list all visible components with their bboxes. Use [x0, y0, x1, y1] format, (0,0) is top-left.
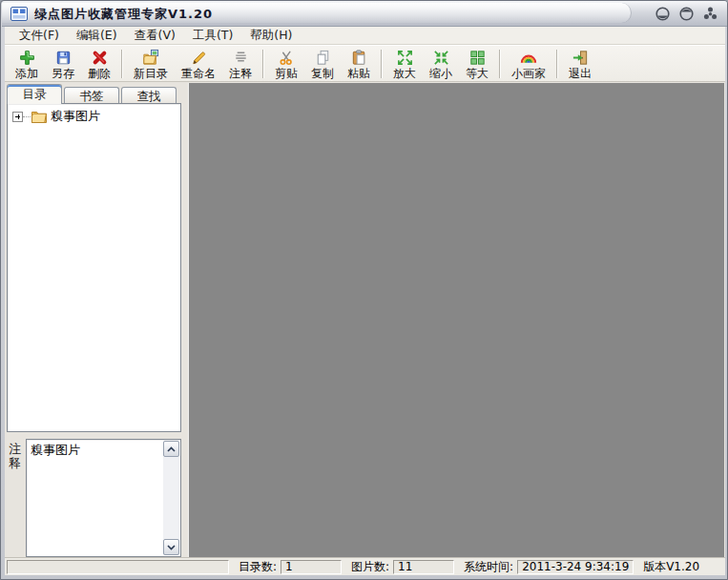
toolbar-button-note[interactable]: 注释	[222, 47, 259, 81]
minimize-button[interactable]	[654, 5, 671, 22]
directory-count-value: 1	[281, 560, 342, 574]
toolbar-separator	[499, 50, 501, 78]
toolbar-separator	[381, 50, 383, 78]
tab-search[interactable]: 查找	[121, 87, 177, 104]
expand-plus-icon[interactable]	[12, 112, 23, 122]
toolbar-separator	[121, 50, 123, 78]
scroll-up-button[interactable]	[163, 441, 179, 457]
toolbar-button-rename[interactable]: 重命名	[175, 47, 222, 81]
menu-help[interactable]: 帮助(H)	[241, 27, 301, 45]
toolbar-separator	[556, 50, 558, 78]
directory-tree[interactable]: 糗事图片	[7, 103, 181, 432]
toolbar-button-zoom-out[interactable]: 缩小	[423, 47, 459, 81]
chevron-up-icon	[167, 446, 176, 452]
system-time-value: 2011-3-24 9:34:19	[517, 560, 634, 574]
rename-pencil-icon	[190, 49, 208, 67]
tree-row[interactable]: 糗事图片	[10, 108, 178, 125]
window-title: 绿点图片收藏管理专家V1.20	[34, 6, 213, 23]
paste-clipboard-icon	[350, 49, 368, 67]
actual-size-icon	[468, 49, 487, 67]
version-text: 版本V1.20	[643, 559, 699, 575]
exit-door-icon	[572, 49, 590, 67]
maximize-button[interactable]	[677, 5, 695, 22]
directory-count-label: 目录数:	[239, 559, 277, 575]
toolbar-button-cut[interactable]: 剪贴	[268, 47, 304, 81]
delete-cross-icon	[91, 49, 109, 67]
copy-pages-icon	[314, 49, 332, 67]
system-time-label: 系统时间:	[464, 559, 513, 575]
new-folder-icon	[141, 49, 160, 67]
status-bar: 目录数: 1 图片数: 11 系统时间: 2011-3-24 9:34:19 版…	[5, 557, 725, 575]
toolbar-button-zoom-in[interactable]: 放大	[386, 47, 423, 81]
add-plus-icon	[18, 49, 36, 67]
toolbar-button-paste[interactable]: 粘贴	[341, 47, 377, 81]
toolbar-button-exit[interactable]: 退出	[562, 47, 598, 81]
menu-edit[interactable]: 编辑(E)	[68, 27, 126, 45]
menu-tools[interactable]: 工具(T)	[184, 27, 241, 45]
menu-view[interactable]: 查看(V)	[126, 27, 184, 45]
note-lines-icon	[232, 49, 250, 67]
tree-item-label[interactable]: 糗事图片	[51, 108, 100, 125]
tab-directory[interactable]: 目录	[7, 84, 62, 104]
toolbar-button-delete[interactable]: 删除	[81, 47, 117, 81]
zoom-out-arrows-icon	[432, 49, 450, 67]
toolbar-button-save-as[interactable]: 另存	[45, 47, 81, 81]
window-controls	[654, 5, 718, 22]
notes-box: 糗事图片	[26, 439, 181, 557]
app-window: 绿点图片收藏管理专家V1.20	[0, 0, 728, 580]
toolbar: 添加 另存 删除	[5, 45, 725, 82]
chevron-down-icon	[167, 545, 176, 550]
tab-bookmarks[interactable]: 书签	[64, 87, 119, 104]
close-icon	[702, 6, 718, 22]
toolbar-button-new-folder[interactable]: 新目录	[127, 47, 175, 81]
painter-rainbow-icon	[519, 49, 538, 67]
notes-textarea[interactable]: 糗事图片	[27, 440, 162, 556]
picture-count-label: 图片数:	[351, 559, 389, 575]
close-button[interactable]	[701, 5, 718, 22]
menu-bar: 文件(F) 编辑(E) 查看(V) 工具(T) 帮助(H)	[5, 27, 725, 45]
toolbar-separator	[262, 50, 264, 78]
minimize-icon	[655, 6, 671, 22]
picture-count-value: 11	[393, 560, 454, 574]
tree-connector	[23, 116, 31, 117]
maximize-icon	[678, 6, 695, 22]
sidebar-tabs: 目录 书签 查找	[7, 84, 178, 104]
zoom-in-arrows-icon	[396, 49, 414, 67]
cut-scissors-icon	[278, 49, 296, 67]
save-as-floppy-icon	[54, 49, 73, 67]
menu-file[interactable]: 文件(F)	[10, 27, 68, 45]
scroll-down-button[interactable]	[163, 539, 179, 555]
title-bar[interactable]: 绿点图片收藏管理专家V1.20	[2, 1, 728, 27]
notes-label: 注释	[9, 442, 24, 470]
notes-scrollbar[interactable]	[163, 441, 179, 555]
toolbar-button-actual-size[interactable]: 等大	[459, 47, 495, 81]
folder-icon[interactable]	[31, 109, 48, 124]
image-view-canvas[interactable]	[188, 83, 724, 557]
toolbar-button-add[interactable]: 添加	[9, 47, 45, 81]
toolbar-button-painter[interactable]: 小画家	[505, 47, 552, 81]
status-message-panel	[7, 560, 229, 574]
app-icon[interactable]	[10, 7, 28, 21]
toolbar-button-copy[interactable]: 复制	[304, 47, 341, 81]
